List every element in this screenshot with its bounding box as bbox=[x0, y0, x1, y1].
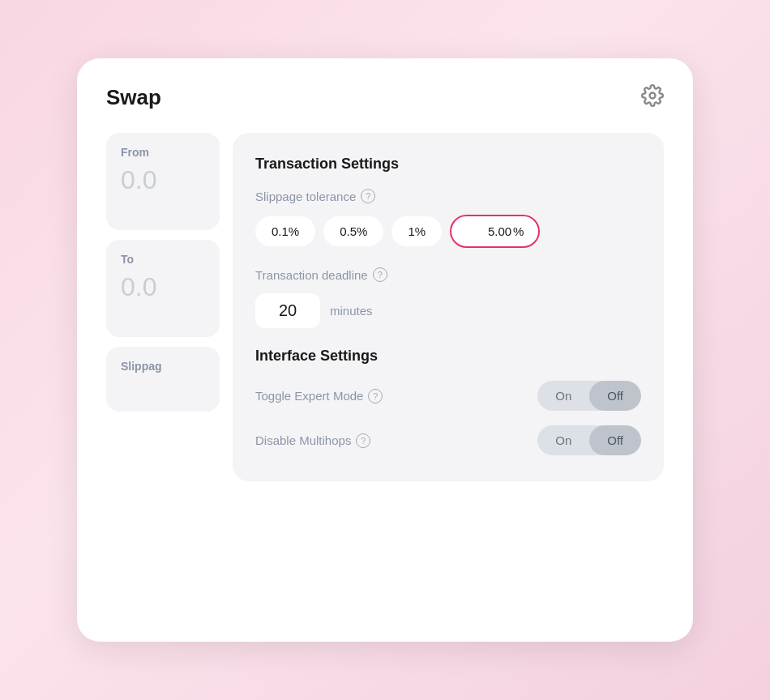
expert-mode-off-button[interactable]: Off bbox=[589, 381, 641, 411]
slippage-preset-05[interactable]: 0.5% bbox=[323, 216, 383, 246]
page-title: Swap bbox=[106, 85, 161, 110]
deadline-help-icon[interactable]: ? bbox=[373, 267, 387, 282]
deadline-input[interactable] bbox=[272, 301, 304, 320]
deadline-label-text: Transaction deadline bbox=[255, 268, 368, 282]
deadline-label-row: Transaction deadline ? bbox=[255, 267, 641, 282]
slippage-label-row: Slippage tolerance ? bbox=[255, 189, 641, 203]
expert-mode-toggle: On Off bbox=[537, 381, 641, 411]
multihops-toggle: On Off bbox=[537, 425, 641, 455]
deadline-unit: minutes bbox=[330, 304, 373, 318]
expert-mode-label: Toggle Expert Mode bbox=[255, 389, 363, 403]
to-value: 0.0 bbox=[121, 272, 205, 302]
expert-mode-help-icon[interactable]: ? bbox=[368, 389, 383, 403]
transaction-section-title: Transaction Settings bbox=[255, 156, 641, 173]
settings-gear-button[interactable] bbox=[641, 84, 664, 110]
settings-panel: Transaction Settings Slippage tolerance … bbox=[233, 133, 664, 481]
deadline-section: Transaction deadline ? minutes bbox=[255, 267, 641, 328]
main-content: From 0.0 To 0.0 Slippag Transaction Sett… bbox=[106, 133, 664, 481]
deadline-input-wrap bbox=[255, 293, 320, 328]
interface-section-title: Interface Settings bbox=[255, 348, 641, 365]
from-panel: From 0.0 bbox=[106, 133, 220, 230]
slippage-preview-panel: Slippag bbox=[106, 347, 220, 412]
from-label: From bbox=[121, 146, 205, 159]
expert-mode-label-group: Toggle Expert Mode ? bbox=[255, 389, 383, 403]
slippage-preset-1[interactable]: 1% bbox=[391, 216, 442, 246]
multihops-row: Disable Multihops ? On Off bbox=[255, 425, 641, 455]
expert-mode-row: Toggle Expert Mode ? On Off bbox=[255, 381, 641, 411]
multihops-off-button[interactable]: Off bbox=[589, 425, 641, 455]
to-panel: To 0.0 bbox=[106, 240, 220, 337]
slippage-preset-01[interactable]: 0.1% bbox=[255, 216, 315, 246]
slippage-custom-input-wrap: % bbox=[450, 215, 540, 248]
expert-mode-on-button[interactable]: On bbox=[537, 381, 589, 411]
from-value: 0.0 bbox=[121, 165, 205, 195]
card-header: Swap bbox=[106, 84, 664, 110]
slippage-preview-label: Slippag bbox=[121, 360, 205, 373]
slippage-presets-row: 0.1% 0.5% 1% % bbox=[255, 215, 641, 248]
slippage-pct-symbol: % bbox=[513, 224, 524, 238]
left-panels: From 0.0 To 0.0 Slippag bbox=[106, 133, 220, 481]
slippage-label-text: Slippage tolerance bbox=[255, 190, 356, 203]
multihops-label: Disable Multihops bbox=[255, 433, 351, 447]
multihops-help-icon[interactable]: ? bbox=[356, 433, 370, 448]
deadline-row: minutes bbox=[255, 293, 641, 328]
svg-point-0 bbox=[650, 93, 656, 99]
swap-card: Swap From 0.0 To 0.0 Slippag Transact bbox=[77, 58, 693, 642]
multihops-label-group: Disable Multihops ? bbox=[255, 433, 370, 448]
multihops-on-button[interactable]: On bbox=[537, 425, 589, 455]
to-label: To bbox=[121, 253, 205, 266]
interface-section: Interface Settings Toggle Expert Mode ? … bbox=[255, 348, 641, 455]
slippage-custom-input[interactable] bbox=[466, 224, 511, 238]
slippage-help-icon[interactable]: ? bbox=[361, 189, 375, 203]
